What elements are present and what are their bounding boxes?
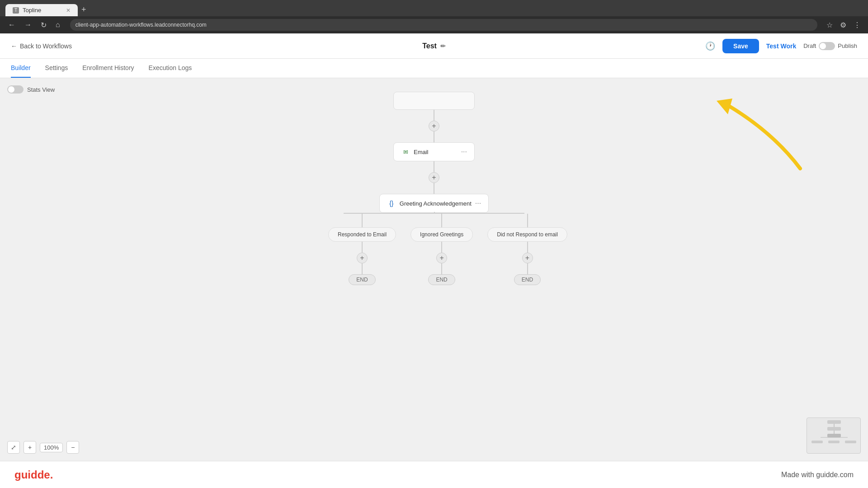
nav-tabs: Builder Settings Enrollment History Exec…: [0, 59, 868, 78]
tab-close-icon[interactable]: ✕: [66, 7, 71, 14]
svg-rect-9: [845, 441, 856, 443]
svg-rect-5: [827, 434, 841, 437]
new-tab-button[interactable]: +: [78, 3, 90, 16]
branch-area: Responded to Email + END Ignored Greetin…: [321, 213, 547, 285]
mini-map: [807, 418, 861, 454]
workflow-canvas-area: Stats View + ✉ Email ··· +: [0, 78, 868, 461]
tab-enrollment-history[interactable]: Enrollment History: [82, 59, 134, 78]
greeting-node-label: Greeting Acknowledgement: [400, 200, 472, 207]
connector-2: [434, 131, 434, 142]
workflow-canvas: + ✉ Email ··· + {} Greeting Acknowledgem…: [0, 78, 868, 461]
end-node-3: END: [514, 274, 541, 285]
branch-3-end-connector: [527, 263, 528, 274]
publish-label: Publish: [838, 42, 857, 49]
active-tab[interactable]: T Topline ✕: [5, 4, 78, 16]
connector-3: [434, 161, 434, 172]
branch-1-end-connector: [362, 263, 363, 274]
address-bar[interactable]: client-app-automation-workflows.leadconn…: [70, 19, 817, 31]
responded-to-email-node[interactable]: Responded to Email: [328, 227, 396, 242]
greeting-icon: {}: [387, 199, 396, 208]
branch-3-connector: [527, 214, 528, 227]
branch-container: Responded to Email + END Ignored Greetin…: [321, 213, 547, 285]
branch-2-add[interactable]: +: [436, 253, 447, 263]
connector-4: [434, 183, 434, 194]
expand-button[interactable]: ⤢: [7, 441, 20, 454]
branch-2-connector: [441, 214, 442, 227]
branch-1-add[interactable]: +: [357, 253, 368, 263]
back-arrow-icon: ←: [11, 42, 17, 50]
end-node-1: END: [349, 274, 375, 285]
tab-settings[interactable]: Settings: [45, 59, 68, 78]
draft-publish-toggle[interactable]: [819, 42, 835, 50]
zoom-in-button[interactable]: +: [24, 441, 36, 454]
end-node-2: END: [428, 274, 455, 285]
email-icon: ✉: [401, 147, 410, 156]
add-step-2[interactable]: +: [429, 172, 439, 183]
stats-toggle: Stats View: [7, 85, 55, 94]
guidde-logo: guidde.: [14, 469, 53, 481]
email-node-label: Email: [414, 149, 429, 155]
trigger-node[interactable]: [393, 92, 475, 110]
stats-view-switch[interactable]: [7, 85, 24, 94]
guidde-tagline: Made with guidde.com: [781, 471, 854, 479]
bottom-bar: guidde. Made with guidde.com: [0, 461, 868, 488]
svg-rect-3: [827, 427, 841, 431]
draft-toggle: Draft Publish: [803, 42, 857, 50]
branch-ignored: Ignored Greetings + END: [403, 214, 480, 285]
top-node-container: [393, 92, 475, 110]
ignored-greetings-node[interactable]: Ignored Greetings: [410, 227, 473, 242]
branch-3-add-connector: [527, 242, 528, 253]
bookmark-button[interactable]: ☆: [825, 20, 835, 30]
svg-rect-1: [827, 420, 841, 424]
title-area: Test ✏: [422, 42, 446, 50]
draft-label: Draft: [803, 42, 816, 49]
branch-no-respond: Did not Respond to email + END: [480, 214, 575, 285]
branch-responded: Responded to Email + END: [321, 214, 403, 285]
branch-1-connector: [362, 214, 363, 227]
tab-execution-logs[interactable]: Execution Logs: [149, 59, 192, 78]
branch-1-add-connector: [362, 242, 363, 253]
back-label: Back to Workflows: [20, 42, 72, 50]
email-node-menu[interactable]: ···: [461, 148, 467, 156]
svg-rect-7: [811, 441, 823, 443]
extensions-button[interactable]: ⚙: [838, 20, 848, 30]
menu-button[interactable]: ⋮: [852, 20, 863, 30]
tab-favicon: T: [13, 7, 19, 14]
home-button[interactable]: ⌂: [53, 20, 63, 30]
branch-2-end-connector: [441, 263, 442, 274]
test-work-button[interactable]: Test Work: [766, 42, 796, 50]
greeting-node[interactable]: {} Greeting Acknowledgement ···: [379, 194, 489, 213]
tab-label: Topline: [23, 7, 41, 14]
zoom-out-button[interactable]: −: [66, 441, 79, 454]
stats-view-label: Stats View: [27, 86, 55, 93]
browser-actions: ☆ ⚙ ⋮: [825, 20, 863, 30]
add-step-1[interactable]: +: [429, 121, 439, 131]
svg-rect-8: [828, 441, 840, 443]
history-button[interactable]: 🕐: [705, 41, 715, 51]
back-to-workflows-button[interactable]: ← Back to Workflows: [11, 42, 72, 50]
forward-nav-button[interactable]: →: [22, 20, 34, 30]
email-node[interactable]: ✉ Email ···: [393, 142, 475, 161]
edit-title-icon[interactable]: ✏: [440, 42, 446, 50]
back-nav-button[interactable]: ←: [5, 20, 18, 30]
save-button[interactable]: Save: [722, 39, 759, 53]
app: ← Back to Workflows Test ✏ 🕐 Save Test W…: [0, 33, 868, 461]
branch-3-add[interactable]: +: [522, 253, 533, 263]
zoom-controls: ⤢ + 100% −: [7, 441, 79, 454]
workflow-title: Test: [422, 42, 437, 50]
tab-builder[interactable]: Builder: [11, 59, 31, 78]
app-header: ← Back to Workflows Test ✏ 🕐 Save Test W…: [0, 33, 868, 59]
greeting-node-menu[interactable]: ···: [475, 199, 481, 207]
reload-button[interactable]: ↻: [38, 20, 49, 30]
browser-toolbar: ← → ↻ ⌂ client-app-automation-workflows.…: [0, 16, 868, 33]
branch-2-add-connector: [441, 242, 442, 253]
zoom-level-display: 100%: [40, 443, 63, 452]
did-not-respond-node[interactable]: Did not Respond to email: [487, 227, 567, 242]
tab-bar: T Topline ✕ +: [0, 0, 868, 16]
connector-1: [434, 110, 434, 121]
browser-chrome: T Topline ✕ + ← → ↻ ⌂ client-app-automat…: [0, 0, 868, 33]
url-text: client-app-automation-workflows.leadconn…: [75, 22, 207, 28]
header-right: 🕐 Save Test Work Draft Publish: [705, 39, 857, 53]
